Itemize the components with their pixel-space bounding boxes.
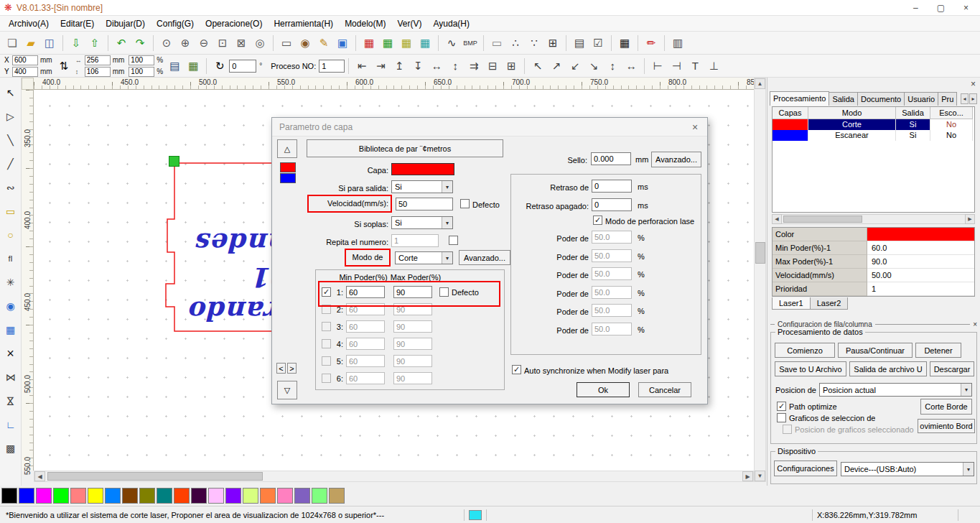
minimize-button[interactable]: – — [913, 3, 918, 13]
zoom-selection-icon[interactable]: ◎ — [251, 34, 269, 52]
tabs-scroll-left-icon[interactable]: ◂ — [961, 93, 969, 104]
property-value[interactable]: 60.0 — [867, 241, 974, 255]
distribute-horizontal-icon[interactable]: ⇉ — [465, 57, 482, 75]
align-right-icon[interactable]: ⇥ — [372, 57, 389, 75]
repita-input[interactable] — [391, 234, 439, 247]
menu-ver[interactable]: Ver(V) — [391, 17, 427, 31]
dropdown-arrow-icon[interactable]: ▾ — [442, 181, 452, 193]
scale-y-input[interactable] — [129, 67, 154, 77]
snap-grid-icon[interactable]: ⊞ — [544, 34, 561, 52]
text-tool-icon[interactable]: fI — [3, 251, 19, 267]
zoom-out-icon[interactable]: ⊖ — [195, 34, 213, 52]
layer-row[interactable]: CorteSiNo — [773, 119, 974, 130]
retraso-apagado-input[interactable] — [592, 198, 632, 211]
y-input[interactable] — [12, 67, 38, 77]
palette-color-swatch[interactable] — [260, 488, 276, 504]
power-row-checkbox[interactable] — [322, 322, 331, 331]
dialog-titlebar[interactable]: Parametro de capa × — [272, 118, 707, 136]
page-left-button[interactable]: < — [276, 363, 286, 374]
node-edit-icon-2[interactable]: ∵ — [526, 34, 543, 52]
screen-preview-icon[interactable]: ▣ — [334, 34, 351, 52]
ellipse-tool-icon[interactable]: ○ — [3, 227, 19, 243]
si-para-salida-select[interactable]: Si ▾ — [391, 180, 453, 193]
layer-color-swatch[interactable] — [280, 162, 296, 172]
configuraciones-button[interactable]: Configuraciones — [774, 460, 837, 476]
layer-scan-cell[interactable]: No — [930, 130, 973, 141]
array-tool-icon[interactable]: ▦ — [3, 322, 19, 338]
rotate-icon[interactable]: ↻ — [211, 57, 228, 75]
line-tool-icon[interactable]: ╲ — [3, 132, 19, 148]
width-input[interactable] — [85, 55, 111, 65]
same-width-icon[interactable]: ⊟ — [484, 57, 501, 75]
layer-row[interactable]: EscanearSiNo — [773, 130, 974, 141]
column-header-modo[interactable]: Modo — [808, 107, 896, 119]
menu-modelo[interactable]: Modelo(M) — [339, 17, 391, 31]
move-horizontal-icon[interactable]: ↔ — [622, 57, 640, 75]
avanzado-sello-button[interactable]: Avanzado... — [651, 152, 701, 167]
detener-button[interactable]: Detener — [915, 343, 961, 358]
palette-color-swatch[interactable] — [174, 488, 190, 504]
move-top-left-icon[interactable]: ↖ — [529, 57, 546, 75]
perforacion-checkbox[interactable] — [593, 216, 602, 225]
poder-input[interactable] — [592, 323, 632, 335]
column-header-esco[interactable]: Esco... — [930, 107, 973, 119]
layer-list-down-button[interactable]: ▽ — [277, 381, 297, 399]
palette-color-swatch[interactable] — [329, 488, 345, 504]
max-power-input[interactable] — [393, 355, 432, 367]
dialog-close-icon[interactable]: × — [683, 121, 707, 133]
parameter-library-button[interactable]: Biblioteca de par ¨¢metros — [307, 139, 503, 157]
doc-check-icon[interactable]: ☑ — [589, 34, 607, 52]
min-power-input[interactable] — [346, 286, 385, 298]
max-power-input[interactable] — [393, 286, 432, 298]
scroll-left-icon[interactable]: ◀ — [34, 471, 45, 481]
text-vertical-icon[interactable]: ⊥ — [705, 57, 722, 75]
palette-color-swatch[interactable] — [225, 488, 241, 504]
si-soplas-select[interactable]: Si ▾ — [391, 216, 453, 229]
red-marker-icon[interactable]: ✏ — [643, 34, 660, 52]
array-copy-icon[interactable]: ▩ — [3, 440, 19, 456]
same-height-icon[interactable]: ⊞ — [503, 57, 520, 75]
zoom-window-icon[interactable]: ⊡ — [214, 34, 231, 52]
curve-icon[interactable]: ∿ — [443, 34, 460, 52]
power-row-checkbox[interactable] — [322, 356, 331, 366]
property-value[interactable]: 90.0 — [867, 255, 974, 269]
dropdown-arrow-icon[interactable]: ▾ — [961, 384, 971, 396]
dropdown-arrow-icon[interactable]: ▾ — [963, 463, 974, 476]
simulate-power-icon[interactable]: ▦ — [398, 34, 415, 52]
path-optimize-checkbox[interactable] — [777, 402, 786, 411]
tab-pru[interactable]: Pru — [938, 92, 957, 106]
delete-tool-icon[interactable]: × — [3, 346, 19, 361]
page-right-button[interactable]: > — [287, 363, 297, 374]
text-horizontal-icon[interactable]: T — [686, 57, 704, 75]
keyboard-icon[interactable]: ▦ — [616, 34, 633, 52]
scale-x-input[interactable] — [129, 55, 154, 65]
max-power-input[interactable] — [393, 303, 432, 315]
align-bottom-icon[interactable]: ↧ — [409, 57, 426, 75]
left-end-icon[interactable]: ⊢ — [649, 57, 666, 75]
laser-position-icon[interactable]: ▤ — [166, 57, 183, 75]
layer-mode-cell[interactable]: Escanear — [808, 130, 896, 141]
cancel-button[interactable]: Cancelar — [638, 382, 691, 397]
close-button[interactable]: × — [963, 3, 969, 13]
menu-dibujar[interactable]: Dibujar(D) — [100, 17, 151, 31]
rect-outline-icon[interactable]: ▭ — [488, 34, 505, 52]
palette-color-swatch[interactable] — [53, 488, 69, 504]
poder-input[interactable] — [592, 249, 632, 262]
zoom-reset-icon[interactable]: ⊙ — [158, 34, 175, 52]
offset-tool-icon[interactable]: ∟ — [3, 417, 19, 432]
menu-editar[interactable]: Editar(E) — [55, 17, 100, 31]
palette-color-swatch[interactable] — [70, 488, 86, 504]
velocidad-input[interactable] — [396, 198, 453, 210]
palette-color-swatch[interactable] — [1, 488, 17, 504]
sello-input[interactable] — [591, 152, 631, 165]
pick-center-icon[interactable]: ◉ — [297, 34, 314, 52]
capa-color-swatch[interactable] — [391, 163, 454, 175]
dropdown-arrow-icon[interactable]: ▾ — [442, 252, 452, 264]
modo-select[interactable]: Corte ▾ — [395, 251, 453, 264]
menu-operacione[interactable]: Operacione(O) — [200, 17, 268, 31]
node-edit-tool-icon[interactable]: ▷ — [3, 108, 19, 124]
save-to-u-archivo-button[interactable]: Save to U Archivo — [775, 361, 846, 376]
draw-pen-icon[interactable]: ✎ — [315, 34, 332, 52]
simulate-tool-icon[interactable]: ▦ — [416, 34, 434, 52]
defecto-velocidad-checkbox[interactable] — [460, 199, 470, 208]
